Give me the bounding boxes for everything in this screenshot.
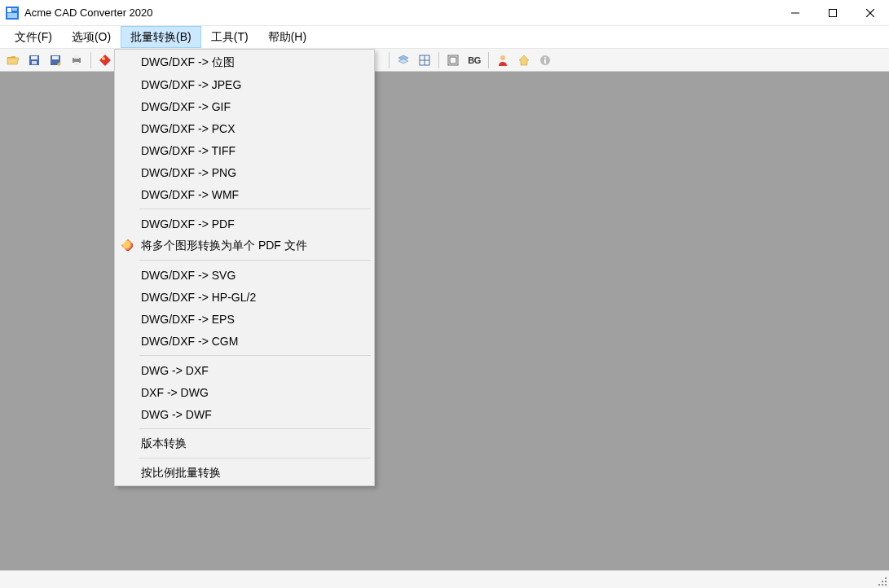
menu-help[interactable]: 帮助(H)	[258, 26, 316, 48]
bg-label: BG	[468, 55, 481, 65]
menu-item-version-convert[interactable]: 版本转换	[117, 432, 372, 454]
svg-marker-16	[99, 55, 111, 66]
svg-rect-15	[74, 62, 79, 65]
resize-grip[interactable]	[876, 575, 887, 586]
menu-item-dwg-dxf-to-jpeg[interactable]: DWG/DXF -> JPEG	[117, 73, 372, 95]
menubar: 文件(F) 选项(O) 批量转换(B) 工具(T) 帮助(H)	[0, 26, 889, 49]
menu-separator	[139, 260, 371, 261]
svg-rect-5	[830, 9, 837, 16]
toolbar-separator	[438, 52, 439, 68]
menu-item-dwg-dxf-to-pcx[interactable]: DWG/DXF -> PCX	[117, 117, 372, 139]
save-button[interactable]	[24, 50, 44, 70]
menu-item-dwg-dxf-to-pdf[interactable]: DWG/DXF -> PDF	[117, 213, 372, 235]
menu-item-dwg-dxf-to-wmf[interactable]: DWG/DXF -> WMF	[117, 183, 372, 205]
save-as-button[interactable]	[46, 50, 65, 70]
menu-separator	[139, 355, 371, 356]
menu-item-dwg-dxf-to-gif[interactable]: DWG/DXF -> GIF	[117, 95, 372, 117]
app-icon	[5, 6, 20, 20]
open-button[interactable]	[3, 50, 23, 70]
menu-item-multi-to-single-pdf[interactable]: 将多个图形转换为单个 PDF 文件	[117, 235, 372, 257]
menu-tools[interactable]: 工具(T)	[201, 26, 258, 48]
toolbar-separator	[90, 52, 91, 68]
user-button[interactable]	[493, 50, 513, 70]
layers-button[interactable]	[394, 50, 413, 70]
convert-button[interactable]	[95, 50, 115, 70]
layouts-button[interactable]	[415, 50, 434, 70]
toolbar-separator	[488, 52, 489, 68]
svg-point-25	[500, 55, 505, 60]
menu-item-dwg-dxf-to-hpgl[interactable]: DWG/DXF -> HP-GL/2	[117, 286, 372, 308]
menu-batch-convert[interactable]: 批量转换(B)	[121, 26, 201, 48]
svg-rect-12	[52, 56, 59, 59]
svg-rect-10	[32, 61, 37, 64]
minimize-button[interactable]	[777, 0, 814, 26]
svg-rect-14	[74, 55, 79, 59]
bg-color-button[interactable]: BG	[464, 50, 484, 70]
menu-item-dwg-to-dwf[interactable]: DWG -> DWF	[117, 403, 372, 425]
svg-rect-24	[450, 57, 456, 64]
menu-item-dxf-to-dwg[interactable]: DXF -> DWG	[117, 381, 372, 403]
svg-point-17	[102, 57, 105, 60]
svg-rect-28	[544, 59, 546, 64]
svg-rect-2	[12, 8, 17, 11]
window-fit-button[interactable]	[443, 50, 463, 70]
menu-separator	[139, 428, 371, 429]
menu-options[interactable]: 选项(O)	[62, 26, 121, 48]
menu-item-dwg-to-dxf[interactable]: DWG -> DXF	[117, 359, 372, 381]
window-title: Acme CAD Converter 2020	[24, 7, 153, 19]
toolbar-separator	[389, 52, 389, 68]
status-bar	[0, 570, 889, 588]
menu-item-dwg-dxf-to-svg[interactable]: DWG/DXF -> SVG	[117, 264, 372, 286]
menu-item-dwg-dxf-to-tiff[interactable]: DWG/DXF -> TIFF	[117, 139, 372, 161]
maximize-button[interactable]	[814, 0, 852, 26]
close-button[interactable]	[852, 0, 889, 26]
menu-batch-dropdown: DWG/DXF -> 位图 DWG/DXF -> JPEG DWG/DXF ->…	[114, 49, 375, 486]
home-button[interactable]	[514, 50, 534, 70]
svg-rect-3	[7, 13, 17, 18]
svg-marker-26	[519, 55, 529, 65]
menu-separator	[139, 458, 371, 459]
svg-rect-1	[7, 8, 11, 12]
svg-marker-19	[398, 59, 408, 64]
menu-item-dwg-dxf-to-cgm[interactable]: DWG/DXF -> CGM	[117, 330, 372, 352]
menu-item-dwg-dxf-to-bitmap[interactable]: DWG/DXF -> 位图	[117, 51, 372, 73]
menu-item-dwg-dxf-to-png[interactable]: DWG/DXF -> PNG	[117, 161, 372, 183]
titlebar: Acme CAD Converter 2020	[0, 0, 889, 26]
info-button[interactable]	[535, 50, 555, 70]
menu-item-dwg-dxf-to-eps[interactable]: DWG/DXF -> EPS	[117, 308, 372, 330]
menu-separator	[139, 208, 371, 209]
menu-item-scale-batch-convert[interactable]: 按比例批量转换	[117, 462, 372, 484]
menu-file[interactable]: 文件(F)	[5, 26, 62, 48]
print-button[interactable]	[67, 50, 86, 70]
svg-point-29	[544, 57, 546, 59]
svg-rect-9	[31, 56, 37, 59]
